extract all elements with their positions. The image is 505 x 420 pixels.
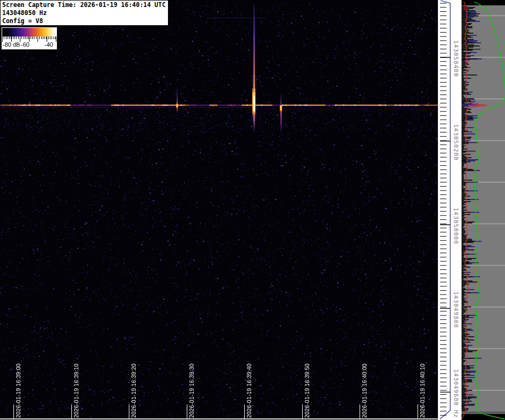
time-tick [187,404,187,418]
time-label: 2026-01-19 16:39:30 [188,364,195,418]
time-tick [302,404,303,418]
center-frequency-text: 143048050 Hz [2,9,168,17]
spectrum-panel-svg [462,0,505,420]
time-label: 2026-01-19 16:39:50 [304,364,310,418]
time-tick [71,404,72,418]
time-scale-baseline [0,418,438,419]
color-scale-legend: -80 dB -60 -40 [1,27,57,50]
time-label: 2026-01-19 16:39:20 [130,364,137,418]
freq-label: 143049800 [452,291,459,328]
time-tick [418,404,418,418]
freq-label: 143050200 [452,124,459,161]
freq-label: 143050400 [452,40,459,77]
time-tick [244,404,245,418]
freq-label: 143050000 [452,208,459,245]
red-marker-dot [464,6,468,10]
config-text: Config = V8 [2,17,168,25]
spectrum-lab-screen: Screen Capture Time: 2026-01-19 16:40:14… [0,0,505,420]
db-label-mid: -60 [21,41,30,49]
frequency-ruler: 1430504001430502001430500001430498001430… [438,0,462,420]
time-label: 2026-01-19 16:39:10 [73,364,79,418]
db-label-min: -80 dB [3,41,20,49]
time-label: 2026-01-19 16:40:00 [361,364,368,418]
waterfall-canvas [0,0,438,420]
time-tick [13,404,14,418]
freq-label: 143049600 Hz [452,369,459,418]
spectrum-panel [462,0,505,420]
capture-time-text: Screen Capture Time: 2026-01-19 16:40:14… [2,1,168,9]
db-label-max: -40 [45,41,53,49]
capture-info-box: Screen Capture Time: 2026-01-19 16:40:14… [0,0,169,26]
time-tick [129,404,129,418]
time-label: 2026-01-19 16:39:40 [246,364,252,418]
colormap-gradient [2,28,56,36]
time-label: 2026-01-19 16:39:00 [15,364,21,418]
time-tick [360,404,360,418]
time-label: 2026-01-19 16:40:10 [419,364,426,418]
